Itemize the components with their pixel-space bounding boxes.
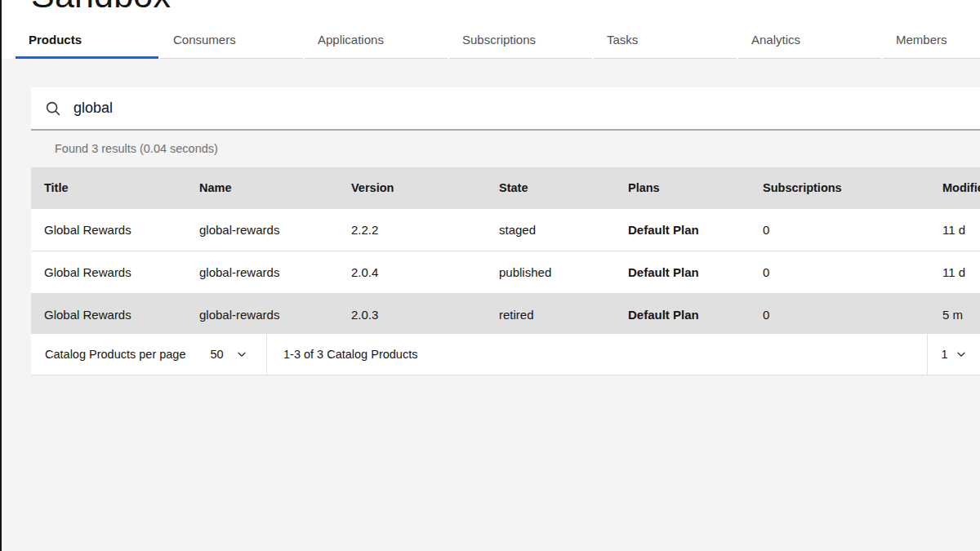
cell-name: global-rewards [186,294,338,334]
table-row[interactable]: Global Rewards global-rewards 2.0.4 publ… [31,251,980,293]
catalog-sandbox-page: Sandbox Products Consumers Applications … [0,0,980,551]
cell-subscriptions: 0 [750,294,929,334]
tab-underline [594,58,737,59]
tab-label: Products [29,33,82,47]
tab-underline [449,58,592,59]
tab-analytics[interactable]: Analytics [738,25,882,59]
pagination-range-text: 1-3 of 3 Catalog Products [267,334,927,375]
items-per-page-label: Catalog Products per page [45,348,186,361]
tab-label: Applications [318,33,384,47]
tab-applications[interactable]: Applications [305,25,448,59]
cell-subscriptions: 0 [750,251,929,293]
tab-label: Subscriptions [462,33,536,47]
cell-name: global-rewards [186,251,338,293]
search-input[interactable]: global [31,87,980,131]
cell-plans[interactable]: Default Plan [615,294,750,334]
cell-state: staged [486,209,615,251]
cell-state: published [486,251,615,293]
page-number-value: 1 [941,348,947,361]
tab-underline [738,58,881,59]
column-header-state: State [486,167,615,209]
tab-subscriptions[interactable]: Subscriptions [449,25,593,59]
tab-bar: Products Consumers Applications Subscrip… [16,25,980,59]
cell-title: Global Rewards [31,209,186,251]
chevron-down-icon [956,349,967,360]
cell-version: 2.0.3 [338,294,486,334]
column-header-name: Name [186,167,338,209]
cell-version: 2.0.4 [338,251,486,293]
tab-members[interactable]: Members [883,25,980,59]
chevron-down-icon [236,349,247,360]
cell-modified: 5 m [929,294,980,334]
tab-products[interactable]: Products [16,25,159,59]
tab-underline [305,58,448,59]
tab-underline [883,58,980,59]
cell-subscriptions: 0 [750,209,929,251]
active-tab-indicator [16,56,158,59]
table-header-row: Title Name Version State Plans Subscript… [31,167,980,209]
tab-label: Analytics [751,33,800,47]
cell-name: global-rewards [186,209,338,251]
tab-label: Members [896,33,947,47]
page-header: Sandbox Products Consumers Applications … [0,0,980,59]
catalog-products-table: Title Name Version State Plans Subscript… [31,167,980,334]
tab-underline [160,58,303,59]
tab-tasks[interactable]: Tasks [594,25,737,59]
search-results-count: Found 3 results (0.04 seconds) [55,142,218,155]
tab-label: Consumers [173,33,236,47]
column-header-plans: Plans [615,167,750,209]
items-per-page-value: 50 [211,348,224,361]
cell-plans[interactable]: Default Plan [615,251,750,293]
cell-modified: 11 d [929,251,980,293]
pagination-bar: Catalog Products per page 50 1-3 of 3 Ca… [31,334,980,375]
page-number-select[interactable]: 1 [927,334,980,375]
table-row[interactable]: Global Rewards global-rewards 2.2.2 stag… [31,209,980,251]
tab-label: Tasks [607,33,638,47]
cell-version: 2.2.2 [338,209,486,251]
column-header-version: Version [338,167,486,209]
cell-plans[interactable]: Default Plan [615,209,750,251]
cell-title: Global Rewards [31,294,186,334]
cell-state: retired [486,294,615,334]
column-header-subscriptions: Subscriptions [750,167,929,209]
column-header-modified: Modified [929,167,980,209]
items-per-page-select[interactable]: Catalog Products per page 50 [31,334,267,375]
table-row-selected[interactable]: Global Rewards global-rewards 2.0.3 reti… [31,293,980,334]
cell-title: Global Rewards [31,251,186,293]
page-title: Sandbox [31,0,171,16]
tab-consumers[interactable]: Consumers [160,25,304,59]
cell-modified: 11 d [929,209,980,251]
window-left-edge [0,0,2,551]
column-header-title: Title [31,167,186,209]
search-query-text[interactable]: global [74,100,113,117]
search-icon [44,100,62,118]
